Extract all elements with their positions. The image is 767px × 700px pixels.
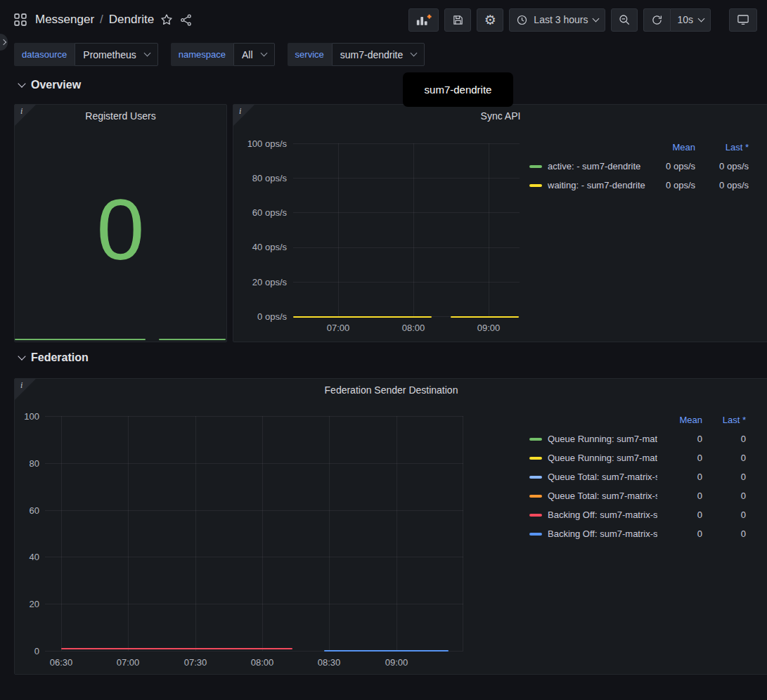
y-axis-tick: 20 (15, 599, 39, 609)
legend-last-value: 0 (708, 453, 746, 463)
info-icon: i (239, 106, 241, 117)
refresh-button[interactable] (643, 8, 670, 32)
legend-mean-value: 0 (663, 453, 702, 463)
legend-row: Queue Running: sum7-matrix-sum7-dendrite… (529, 448, 746, 467)
variable-datasource: datasource Prometheus (14, 43, 158, 66)
zoom-out-button[interactable] (611, 8, 638, 32)
apps-menu-button[interactable] (11, 11, 30, 29)
gridline (45, 463, 463, 464)
service-dropdown[interactable]: sum7-dendrite (332, 43, 425, 66)
favorite-button[interactable] (157, 10, 176, 30)
time-range-picker[interactable]: Last 3 hours (509, 8, 605, 32)
legend-header-last[interactable]: Last * (701, 142, 749, 153)
gridline (413, 143, 414, 316)
legend-series-label[interactable]: Queue Total: sum7-matrix-sum7-dendrite (548, 491, 657, 501)
series-line-backing-off-red (61, 648, 292, 649)
gridline (45, 604, 463, 604)
legend-series-label[interactable]: Queue Running: sum7-matrix-sum7-dendrite (548, 453, 657, 463)
variable-service: service sum7-dendrite (288, 43, 425, 66)
legend-series-label[interactable]: Backing Off: sum7-matrix-sum7-dendrite (548, 529, 657, 539)
y-axis-tick: 20 ops/s (233, 277, 287, 287)
panel-title: Sync API (233, 110, 767, 122)
legend-last-value: 0 ops/s (701, 180, 749, 190)
toolbar: ⚙ Last 3 hours (408, 8, 757, 32)
series-color-swatch (529, 165, 542, 168)
legend-header-mean[interactable]: Mean (663, 415, 702, 425)
apps-grid-icon (14, 13, 27, 26)
section-title: Federation (31, 351, 89, 364)
collapse-chevron-icon (18, 79, 25, 87)
x-axis-tick: 09:00 (468, 323, 510, 333)
monitor-icon (736, 13, 750, 26)
chevron-down-icon (411, 50, 418, 57)
x-axis-tick: 07:00 (107, 657, 149, 668)
gear-icon: ⚙ (484, 13, 496, 27)
section-header-overview[interactable]: Overview (19, 79, 81, 91)
collapse-chevron-icon (18, 352, 25, 360)
legend-header-last[interactable]: Last * (708, 415, 746, 425)
share-icon (179, 13, 193, 27)
service-value: sum7-dendrite (340, 49, 404, 60)
panel-registered-users: i Registerd Users 0 (14, 104, 227, 342)
gridline (45, 557, 463, 557)
refresh-icon (651, 14, 663, 26)
legend-mean-value: 0 (663, 510, 702, 520)
info-icon: i (20, 380, 22, 391)
legend-series-label[interactable]: Queue Total: sum7-matrix-sum7-dendrite (548, 472, 657, 482)
legend-header-mean[interactable]: Mean (652, 142, 695, 153)
x-axis-tick: 07:00 (317, 323, 359, 333)
gridline (293, 212, 520, 213)
variable-label: datasource (14, 43, 75, 66)
share-button[interactable] (176, 11, 195, 30)
legend-mean-value: 0 (663, 472, 702, 482)
series-color-swatch (529, 476, 542, 479)
dashboard-settings-button[interactable]: ⚙ (477, 8, 503, 32)
legend-last-value: 0 (708, 491, 746, 501)
legend-series-label[interactable]: Backing Off: sum7-matrix-sum7-dendrite (548, 510, 657, 520)
datasource-dropdown[interactable]: Prometheus (75, 43, 157, 66)
series-line-backing-off-blue (324, 650, 449, 652)
refresh-interval-label: 10s (677, 14, 693, 25)
breadcrumb-folder[interactable]: Messenger (35, 13, 94, 27)
legend-last-value: 0 (708, 434, 746, 444)
panel-federation-sender: i Federation Sender Destination 100 80 6… (14, 378, 767, 675)
kiosk-mode-button[interactable] (729, 8, 757, 32)
x-axis-tick: 08:00 (392, 323, 434, 333)
legend-series-label[interactable]: waiting: - sum7-dendrite (548, 180, 646, 190)
series-color-swatch (529, 495, 542, 498)
breadcrumb-dashboard[interactable]: Dendrite (109, 13, 154, 27)
series-color-swatch (529, 514, 542, 517)
section-header-federation[interactable]: Federation (19, 351, 89, 364)
series-color-swatch (529, 457, 542, 460)
legend-last-value: 0 (708, 472, 746, 482)
legend-mean-value: 0 (663, 529, 702, 539)
legend-series-label[interactable]: Queue Running: sum7-matrix-sum7-dendrite (548, 434, 657, 444)
gridline (293, 282, 520, 283)
legend-row: Queue Running: sum7-matrix-sum7-dendrite… (529, 429, 746, 448)
panel-title: Federation Sender Destination (15, 384, 767, 396)
info-icon: i (20, 106, 22, 117)
top-bar: Messenger / Dendrite (0, 0, 767, 39)
series-color-swatch (529, 438, 542, 441)
save-icon (452, 14, 464, 26)
time-range-label: Last 3 hours (534, 14, 588, 25)
x-axis-tick: 08:00 (241, 657, 283, 668)
gridline (293, 178, 520, 179)
legend-mean-value: 0 ops/s (652, 180, 695, 190)
namespace-value: All (242, 49, 253, 60)
series-line-waiting (451, 316, 519, 318)
panel-sync-api: i Sync API 100 ops/s 80 ops/s 60 ops/s 4… (233, 104, 767, 342)
section-title: Overview (31, 79, 81, 91)
namespace-dropdown[interactable]: All (233, 43, 275, 66)
add-panel-button[interactable] (408, 8, 439, 32)
legend-series-label[interactable]: active: - sum7-dendrite (548, 161, 646, 171)
chevron-down-icon (143, 50, 150, 57)
legend-mean-value: 0 (663, 491, 702, 501)
x-axis-tick: 08:30 (308, 657, 350, 668)
save-dashboard-button[interactable] (444, 8, 471, 32)
service-value-tooltip: sum7-dendrite (403, 72, 513, 107)
breadcrumb: Messenger / Dendrite (35, 13, 154, 27)
refresh-interval-dropdown[interactable]: 10s (670, 8, 711, 32)
chevron-right-icon (0, 39, 6, 45)
y-axis-tick: 0 (15, 646, 39, 656)
